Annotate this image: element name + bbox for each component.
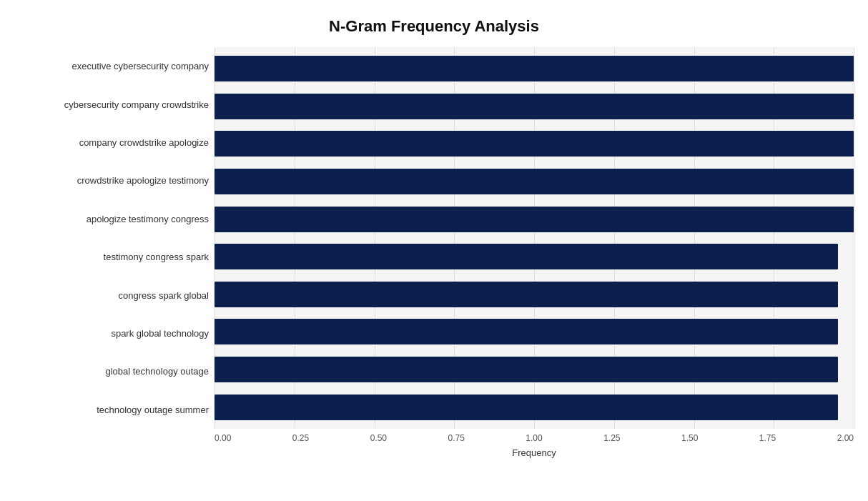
y-label: spark global technology: [14, 314, 209, 352]
y-label: company crowdstrike apologize: [14, 124, 209, 162]
bar: [214, 169, 854, 194]
chart-body: executive cybersecurity companycybersecu…: [14, 47, 854, 458]
bar: [214, 94, 854, 119]
bar-row: [214, 276, 854, 314]
x-tick-label: 2.00: [837, 433, 854, 443]
x-axis-area: 0.000.250.500.751.001.251.501.752.00 Fre…: [214, 430, 854, 458]
bar: [214, 207, 854, 232]
y-label: global technology outage: [14, 352, 209, 390]
bar: [214, 56, 854, 81]
bar-row: [214, 200, 854, 238]
x-tick-label: 1.75: [759, 433, 776, 443]
bar: [214, 395, 838, 420]
bar-row: [214, 163, 854, 201]
y-label: executive cybersecurity company: [14, 47, 209, 85]
y-label: testimony congress spark: [14, 238, 209, 276]
grid-line: [854, 47, 854, 429]
bar-row: [214, 125, 854, 163]
bars-area: [214, 47, 854, 429]
y-label: crowdstrike apologize testimony: [14, 162, 209, 199]
bar-row: [214, 313, 854, 351]
bar-row: [214, 88, 854, 126]
bar: [214, 244, 838, 269]
bar: [214, 319, 838, 344]
chart-title: N-Gram Frequency Analysis: [14, 14, 854, 36]
x-tick-label: 0.00: [214, 433, 231, 443]
x-tick-label: 1.25: [603, 433, 620, 443]
x-tick-label: 0.75: [448, 433, 464, 443]
y-label: cybersecurity company crowdstrike: [14, 85, 209, 123]
bar: [214, 282, 838, 307]
x-tick-label: 0.25: [292, 433, 309, 443]
x-tick-label: 0.50: [370, 433, 387, 443]
bar-row: [214, 351, 854, 389]
x-tick-label: 1.50: [681, 433, 698, 443]
plot-area: executive cybersecurity companycybersecu…: [14, 47, 854, 429]
bar-row: [214, 50, 854, 88]
y-label: technology outage summer: [14, 391, 209, 429]
chart-container: N-Gram Frequency Analysis executive cybe…: [0, 0, 868, 501]
x-axis-label: Frequency: [214, 447, 854, 458]
y-label: congress spark global: [14, 276, 209, 314]
x-tick-label: 1.00: [526, 433, 542, 443]
y-label: apologize testimony congress: [14, 200, 209, 238]
bar: [214, 357, 838, 382]
x-tick-labels: 0.000.250.500.751.001.251.501.752.00: [214, 430, 854, 445]
y-labels: executive cybersecurity companycybersecu…: [14, 47, 214, 429]
bar-row: [214, 238, 854, 276]
bar-row: [214, 388, 854, 426]
bar: [214, 131, 854, 157]
